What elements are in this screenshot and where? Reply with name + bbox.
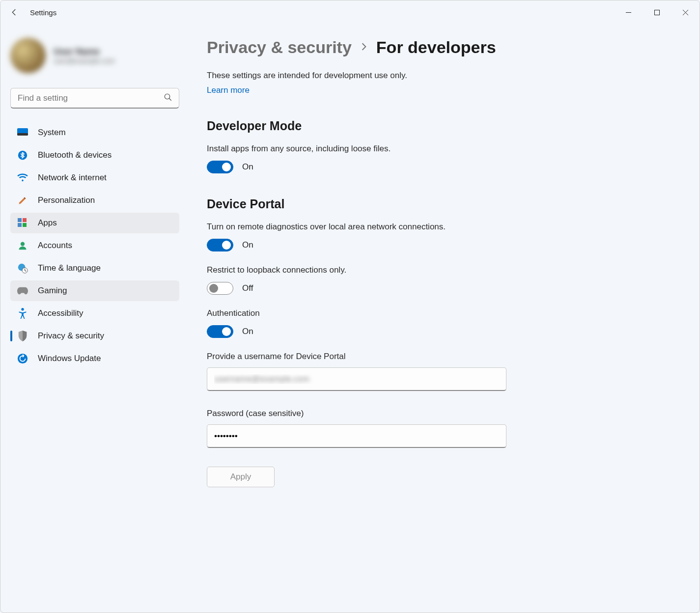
close-button[interactable]: [671, 0, 700, 24]
update-icon: [17, 353, 28, 364]
intro-text: These settings are intended for developm…: [207, 71, 680, 81]
shield-icon: [17, 331, 28, 341]
nav-list: System Bluetooth & devices Network & int…: [10, 122, 179, 369]
sidebar-item-label: Apps: [38, 218, 57, 228]
back-arrow-icon: [10, 8, 19, 17]
loopback-toggle[interactable]: [207, 282, 233, 295]
person-icon: [17, 240, 28, 251]
titlebar: Settings: [0, 0, 700, 24]
sidebar-item-label: System: [38, 128, 66, 138]
authentication-state: On: [242, 327, 253, 336]
profile-name: User Name: [54, 47, 115, 57]
learn-more-link[interactable]: Learn more: [207, 85, 250, 95]
search-wrap: [10, 88, 179, 109]
svg-rect-9: [18, 218, 22, 222]
system-icon: [17, 127, 28, 138]
password-label: Password (case sensitive): [207, 409, 680, 418]
sidebar-item-bluetooth[interactable]: Bluetooth & devices: [10, 145, 179, 166]
password-input[interactable]: [207, 424, 506, 448]
search-icon: [164, 93, 172, 104]
back-button[interactable]: [4, 2, 24, 22]
device-portal-toggle[interactable]: [207, 239, 233, 251]
svg-rect-11: [18, 223, 22, 227]
svg-point-4: [165, 94, 170, 99]
svg-rect-12: [23, 223, 27, 227]
sidebar-item-network[interactable]: Network & internet: [10, 167, 179, 188]
svg-rect-10: [23, 218, 27, 222]
sidebar-item-accounts[interactable]: Accounts: [10, 235, 179, 256]
accessibility-icon: [17, 308, 28, 319]
app-title: Settings: [30, 8, 56, 17]
sidebar-item-label: Accounts: [38, 241, 72, 251]
svg-rect-1: [654, 10, 659, 15]
wifi-icon: [17, 172, 28, 183]
sidebar-item-time[interactable]: Time & language: [10, 258, 179, 279]
sidebar-item-label: Accessibility: [38, 308, 84, 318]
search-input[interactable]: [10, 88, 179, 109]
sidebar-item-label: Windows Update: [38, 354, 101, 363]
device-portal-section: Device Portal Turn on remote diagnostics…: [207, 197, 680, 487]
device-portal-state: On: [242, 240, 253, 250]
sidebar-item-label: Privacy & security: [38, 331, 104, 341]
sidebar-item-label: Bluetooth & devices: [38, 150, 112, 160]
breadcrumb-current: For developers: [376, 38, 496, 57]
authentication-label: Authentication: [207, 308, 680, 318]
maximize-icon: [654, 9, 660, 16]
window-controls: [614, 0, 700, 24]
sidebar-item-update[interactable]: Windows Update: [10, 348, 179, 369]
device-portal-heading: Device Portal: [207, 197, 680, 211]
sidebar-item-personalization[interactable]: Personalization: [10, 190, 179, 211]
profile-email: user@example.com: [54, 57, 115, 65]
clock-globe-icon: [17, 263, 28, 274]
sidebar-item-label: Network & internet: [38, 173, 107, 183]
svg-line-5: [169, 98, 171, 101]
content: Privacy & security For developers These …: [187, 24, 700, 613]
minimize-button[interactable]: [614, 0, 643, 24]
sidebar-item-label: Personalization: [38, 195, 95, 205]
username-input[interactable]: [207, 367, 506, 391]
sidebar-item-apps[interactable]: Apps: [10, 213, 179, 233]
sidebar-item-label: Gaming: [38, 286, 67, 296]
username-label: Provide a username for Device Portal: [207, 352, 680, 362]
sidebar-item-system[interactable]: System: [10, 122, 179, 143]
loopback-desc: Restrict to loopback connections only.: [207, 265, 680, 275]
developer-mode-heading: Developer Mode: [207, 119, 680, 133]
developer-mode-section: Developer Mode Install apps from any sou…: [207, 119, 680, 173]
breadcrumb: Privacy & security For developers: [207, 38, 680, 57]
sidebar: User Name user@example.com System Blue: [0, 24, 187, 613]
svg-point-13: [21, 242, 25, 246]
sidebar-item-accessibility[interactable]: Accessibility: [10, 303, 179, 324]
sidebar-item-label: Time & language: [38, 263, 101, 273]
svg-point-16: [21, 308, 24, 311]
brush-icon: [17, 195, 28, 206]
apply-button[interactable]: Apply: [207, 467, 275, 487]
device-portal-desc: Turn on remote diagnostics over local ar…: [207, 222, 680, 232]
developer-mode-desc: Install apps from any source, including …: [207, 144, 680, 154]
minimize-icon: [625, 9, 632, 16]
authentication-toggle[interactable]: [207, 325, 233, 338]
gamepad-icon: [17, 285, 28, 296]
apps-icon: [17, 218, 28, 228]
close-icon: [682, 9, 689, 16]
svg-rect-7: [17, 133, 28, 136]
profile-block[interactable]: User Name user@example.com: [10, 38, 179, 73]
chevron-right-icon: [361, 41, 367, 54]
developer-mode-state: On: [242, 162, 253, 172]
loopback-state: Off: [242, 283, 253, 293]
bluetooth-icon: [17, 150, 28, 161]
avatar: [10, 38, 46, 73]
breadcrumb-parent[interactable]: Privacy & security: [207, 38, 352, 57]
maximize-button[interactable]: [643, 0, 671, 24]
sidebar-item-gaming[interactable]: Gaming: [10, 280, 179, 301]
sidebar-item-privacy[interactable]: Privacy & security: [10, 326, 179, 346]
developer-mode-toggle[interactable]: [207, 161, 233, 173]
